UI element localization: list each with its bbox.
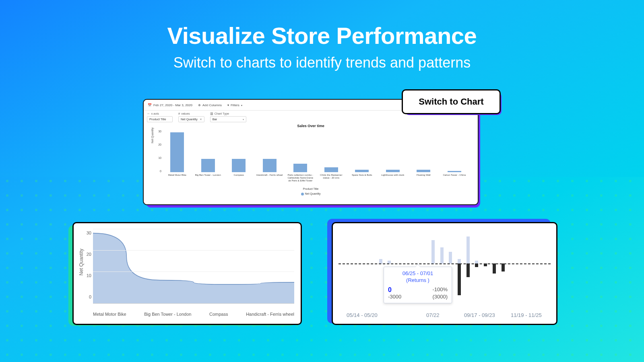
column-chart-card: 05/14 - 05/20 07/22 09/17 - 09/23 11/19 … [332, 222, 557, 325]
column-bar-negative[interactable] [458, 263, 461, 295]
remove-chip-icon[interactable]: ✕ [200, 118, 202, 121]
x-label: 09/17 - 09/23 [464, 312, 495, 318]
x-label: 11/19 - 11/25 [511, 312, 542, 318]
area-y-axis-label: Net Quantity [78, 249, 84, 276]
chart-type-selector[interactable]: Bar▾ [210, 116, 246, 122]
main-x-labels: Metal Motor BikeBig Ben Tower - LondonCo… [162, 174, 470, 182]
values-config[interactable]: #values Net Quantity✕ [178, 112, 204, 122]
y-tick: 10 [157, 156, 161, 159]
chart-type-config[interactable]: ▥Chart Type Bar▾ [210, 112, 246, 122]
chart-icon: ▥ [210, 112, 213, 115]
y-tick: 20 [85, 252, 91, 257]
bar[interactable] [232, 159, 246, 172]
hash-icon: # [178, 112, 180, 115]
y-tick: 10 [85, 273, 91, 278]
tooltip-range: 06/25 - 07/01 [388, 270, 448, 276]
x-label: Big Ben Tower - London [144, 312, 191, 317]
x-axis-config-label: x-axis [151, 112, 159, 115]
page-title: Visualize Store Performance [0, 22, 644, 49]
filter-icon: ▾ [227, 103, 229, 107]
values-selector[interactable]: Net Quantity✕ [178, 116, 204, 122]
x-label: Compass [224, 174, 253, 182]
bar[interactable] [417, 170, 430, 172]
main-bar-chart [162, 130, 470, 172]
bar[interactable] [448, 171, 461, 172]
column-bar-negative[interactable] [502, 263, 505, 272]
calendar-icon: 📅 [148, 103, 152, 107]
area-x-labels: Metal Motor Bike Big Ben Tower - London … [93, 312, 294, 317]
column-bar[interactable] [431, 240, 435, 264]
column-bar-negative[interactable] [466, 263, 470, 277]
x-label: Carton Tower - China [440, 174, 469, 182]
bar[interactable] [170, 132, 184, 172]
hero-background: Visualize Store Performance Switch to ch… [0, 0, 644, 362]
column-bar[interactable] [379, 259, 382, 263]
bar[interactable] [201, 159, 215, 172]
x-label: 05/14 - 05/20 [347, 312, 378, 318]
tooltip-metric: (Returns ) [388, 277, 448, 283]
add-columns-label: Add Columns [202, 103, 222, 107]
main-chart-legend: Net Quantity [144, 192, 478, 195]
chart-config-row: ↔x-axis Product Title #values Net Quanti… [147, 112, 246, 122]
chart-type-value: Bar [213, 117, 217, 121]
column-bar[interactable] [449, 252, 452, 263]
bar[interactable] [355, 170, 369, 172]
x-label: Paris collection combo - Cathédrale Notr… [286, 174, 315, 182]
chart-type-config-label: Chart Type [215, 112, 229, 115]
plus-circle-icon: ⊕ [198, 103, 201, 107]
bar[interactable] [263, 159, 277, 172]
x-axis-title: Product Title [144, 187, 478, 190]
x-axis-selector[interactable]: Product Title [147, 116, 173, 122]
x-label: Metal Motor Bike [163, 174, 192, 182]
switch-to-chart-button[interactable]: Switch to Chart [402, 89, 501, 114]
x-label: Spare Nuts & Bolts [347, 174, 376, 182]
area-plot [93, 229, 294, 304]
bar[interactable] [293, 164, 307, 172]
column-bar-negative[interactable] [493, 263, 496, 274]
column-bar-negative[interactable] [475, 263, 478, 267]
date-range-picker[interactable]: 📅 Feb 27, 2020 - Mar 3, 2020 [148, 103, 192, 107]
column-bar[interactable] [466, 237, 470, 264]
filters-button[interactable]: ▾ Filters ▾ [227, 103, 242, 107]
tooltip-delta: -3000 [388, 294, 401, 300]
legend-dot-icon [301, 193, 304, 195]
x-axis-config[interactable]: ↔x-axis Product Title [147, 112, 173, 122]
bar[interactable] [386, 170, 400, 172]
column-bar[interactable] [440, 247, 444, 264]
legend-label: Net Quantity [305, 192, 321, 195]
y-tick: 30 [85, 230, 91, 235]
y-axis-label: Net Quantity [151, 128, 154, 143]
axis-icon: ↔ [147, 112, 150, 115]
y-tick: 0 [157, 170, 161, 173]
x-label: Big Ben Tower - London [194, 174, 223, 182]
chevron-down-icon: ▾ [243, 118, 244, 121]
x-label: Handicraft - Ferris wheel [246, 312, 294, 317]
y-tick: 20 [157, 143, 161, 146]
switch-pill-label: Switch to Chart [419, 97, 483, 107]
bar[interactable] [324, 167, 338, 172]
values-config-label: values [181, 112, 190, 115]
date-range-text: Feb 27, 2020 - Mar 3, 2020 [153, 103, 192, 107]
y-tick: 0 [85, 294, 91, 299]
values-value: Net Quantity [181, 117, 198, 121]
area-svg [93, 229, 294, 304]
x-label: Lighthouse with clock [378, 174, 407, 182]
page-subtitle: Switch to charts to identify trends and … [0, 54, 644, 71]
x-label: Compass [209, 312, 228, 317]
x-axis-value: Product Title [149, 117, 166, 121]
area-chart-card: Net Quantity 30 20 10 0 Metal Motor Bike… [72, 222, 302, 325]
tooltip-value: 0 [388, 286, 392, 294]
column-bar-negative[interactable] [484, 263, 487, 266]
x-label: Christ the Redeemer statue - 20 cms [317, 174, 346, 182]
filters-label: Filters [231, 103, 239, 107]
main-chart-title: Sales Over time [144, 124, 478, 128]
y-tick: 30 [157, 130, 161, 133]
tooltip-prev: (3000) [432, 294, 448, 300]
column-bar[interactable] [475, 261, 478, 263]
add-columns-button[interactable]: ⊕ Add Columns [198, 103, 222, 107]
x-label: Floating Wall [409, 174, 438, 182]
column-bar[interactable] [388, 261, 391, 263]
x-label: Metal Motor Bike [93, 312, 126, 317]
chevron-down-icon: ▾ [241, 104, 242, 107]
column-bar[interactable] [458, 259, 461, 263]
